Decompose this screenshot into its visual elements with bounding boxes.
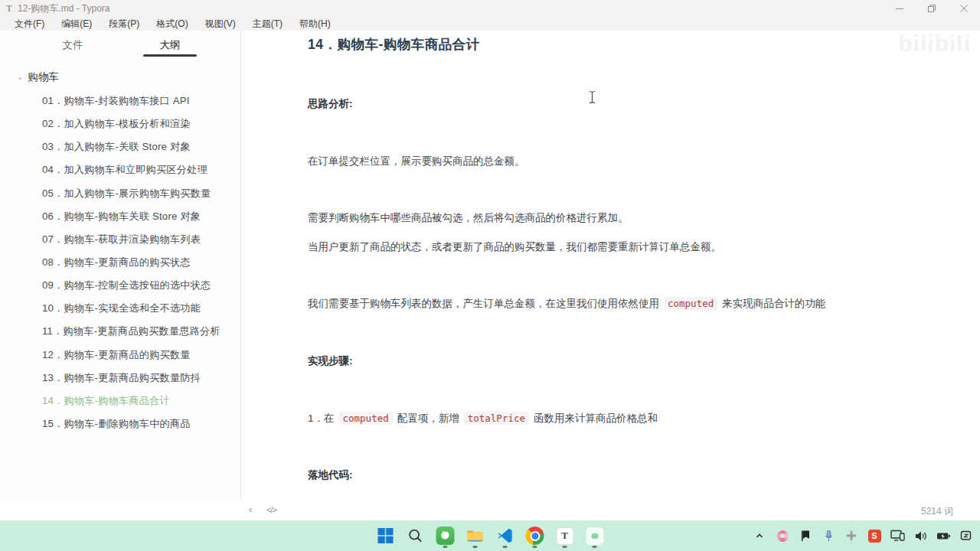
running-indicator: [473, 546, 478, 548]
connected-devices-icon: [890, 530, 905, 542]
code-label: 落地代码:: [308, 468, 353, 482]
volume-icon: [914, 530, 927, 542]
paragraph: 我们需要基于购物车列表的数据，产生订单总金额，在这里我们使用依然使用comput…: [308, 297, 825, 311]
running-indicator: [563, 546, 567, 548]
tray-volume-button[interactable]: [913, 527, 928, 544]
minimize-icon: [896, 5, 903, 12]
paragraph-text: 来实现商品合计的功能: [722, 298, 825, 309]
outline-item-label: 12．购物车-更新商品的购买数量: [42, 348, 191, 362]
unknown-app-icon: [586, 527, 603, 545]
outline-root-item[interactable]: ⌄ 购物车: [17, 70, 59, 84]
menu-item[interactable]: 格式(O): [148, 17, 196, 31]
outline-item[interactable]: 06．购物车-购物车关联 Store 对象: [0, 205, 241, 228]
outline-item[interactable]: 10．购物车-实现全选和全不选功能: [0, 297, 241, 320]
outline-item-label: 04．加入购物车和立即购买区分处理: [42, 163, 207, 177]
ordered-list-item: 1．在computed配置项，新增totalPrice函数用来计算商品价格总和: [308, 412, 658, 425]
chrome-button[interactable]: [525, 522, 545, 549]
restore-button[interactable]: [916, 0, 948, 17]
list-item-text: 1．在: [308, 412, 335, 424]
flag-icon: [800, 530, 811, 542]
tray-notification-button[interactable]: [959, 527, 974, 544]
outline-item-label: 14．购物车-购物车商品合计: [42, 394, 170, 408]
menu-item[interactable]: 编辑(E): [53, 17, 100, 31]
running-indicator: [593, 546, 597, 548]
tray-pink-swirl-button[interactable]: [775, 527, 790, 544]
menu-item[interactable]: 视图(V): [197, 17, 244, 31]
text-cursor-ibeam: [588, 90, 596, 107]
screen: T 12-购物车.md - Typora 文件(F)编辑(E)段落(P)格式(O…: [0, 0, 980, 551]
outline-item-label: 02．加入购物车-模板分析和渲染: [42, 117, 191, 131]
outline-item[interactable]: 05．加入购物车-展示购物车购买数量: [0, 182, 241, 205]
outline-item-label: 06．购物车-购物车关联 Store 对象: [42, 210, 201, 223]
outline-item-label: 15．购物车-删除购物车中的商品: [42, 417, 191, 431]
microphone-icon: [823, 530, 835, 543]
running-indicator: [503, 546, 508, 548]
cross-icon: [846, 530, 857, 541]
sidebar-toggle-icon[interactable]: ‹: [249, 504, 252, 515]
inline-code: computed: [339, 412, 393, 425]
tray-chevron-up-button[interactable]: [752, 527, 767, 544]
paragraph: 需要判断购物车中哪些商品被勾选，然后将勾选商品的价格进行累加。: [308, 211, 629, 225]
notification-icon: [960, 530, 972, 542]
restore-icon: [928, 5, 936, 12]
menu-item[interactable]: 段落(P): [100, 17, 148, 31]
tray-flag-button[interactable]: [798, 527, 813, 544]
paragraph: 在订单提交栏位置，展示要购买商品的总金额。: [308, 155, 525, 168]
editor-pane[interactable]: bilibili 14．购物车-购物车商品合计 思路分析: 在订单提交栏位置，展…: [242, 31, 980, 500]
outline-item[interactable]: 12．购物车-更新商品的购买数量: [0, 344, 241, 367]
start-button[interactable]: [376, 522, 396, 549]
unknown-app-button[interactable]: [585, 522, 605, 549]
outline-item[interactable]: 13．购物车-更新商品购买数量防抖: [0, 367, 241, 390]
tray-cross-button[interactable]: [844, 527, 859, 544]
search-button[interactable]: [406, 522, 426, 549]
list-item-text: 函数用来计算商品价格总和: [534, 412, 658, 424]
outline-item[interactable]: 01．购物车-封装购物车接口 API: [0, 90, 241, 112]
outline-item[interactable]: 09．购物车-控制全选按钮的选中状态: [0, 274, 241, 297]
tab-outline[interactable]: 大纲: [143, 38, 197, 52]
outline-item-label: 03．加入购物车-关联 Store 对象: [42, 140, 191, 154]
typora-button[interactable]: T: [555, 522, 575, 549]
word-count[interactable]: 5214 词: [921, 505, 953, 518]
minimize-button[interactable]: [884, 0, 916, 17]
chevron-down-icon[interactable]: ⌄: [17, 73, 23, 81]
green-pet-app-icon: [436, 527, 455, 545]
window-controls: [884, 0, 980, 17]
green-pet-app-button[interactable]: [436, 522, 456, 549]
outline-item[interactable]: 14．购物车-购物车商品合计: [0, 390, 241, 412]
menu-item[interactable]: 帮助(H): [291, 17, 339, 31]
status-bar: ‹ </> 5214 词: [0, 500, 980, 520]
analysis-label: 思路分析:: [308, 97, 353, 111]
file-explorer-button[interactable]: [466, 522, 485, 549]
tab-files[interactable]: 文件: [46, 38, 100, 52]
close-button[interactable]: [948, 0, 980, 17]
outline-item[interactable]: 02．加入购物车-模板分析和渲染: [0, 112, 241, 135]
vscode-icon: [497, 527, 514, 544]
outline-item-label: 01．购物车-封装购物车接口 API: [42, 94, 190, 108]
outline-item[interactable]: 11．购物车-更新商品购买数量思路分析: [0, 320, 241, 343]
search-icon: [408, 528, 423, 543]
close-icon: [960, 5, 968, 12]
outline-item[interactable]: 08．购物车-更新商品的购买状态: [0, 251, 241, 274]
outline-item[interactable]: 04．加入购物车和立即购买区分处理: [0, 158, 241, 181]
sidebar-tabs: 文件 大纲: [0, 31, 240, 60]
paragraph-text: 我们需要基于购物车列表的数据，产生订单总金额，在这里我们使用依然使用: [308, 298, 659, 309]
bilibili-watermark: bilibili: [898, 31, 971, 57]
outline-item[interactable]: 03．加入购物车-关联 Store 对象: [0, 135, 241, 158]
outline-item-label: 05．加入购物车-展示购物车购买数量: [42, 187, 211, 201]
file-explorer-icon: [466, 527, 485, 545]
window-title: 12-购物车.md - Typora: [18, 2, 109, 15]
typora-icon: T: [556, 527, 573, 545]
tray-connected-devices-button[interactable]: [890, 527, 905, 544]
outline-item[interactable]: 15．购物车-删除购物车中的商品: [0, 412, 241, 435]
chrome-icon: [526, 527, 544, 545]
tray-microphone-button[interactable]: [821, 527, 836, 544]
outline-root-label: 购物车: [28, 70, 59, 84]
tray-battery-button[interactable]: [936, 527, 951, 544]
menu-item[interactable]: 文件(F): [6, 17, 53, 31]
source-mode-icon[interactable]: </>: [266, 505, 276, 514]
tray-sogou-button[interactable]: S: [867, 527, 882, 544]
vscode-button[interactable]: [495, 522, 515, 549]
menu-item[interactable]: 主题(T): [244, 17, 291, 31]
running-indicator: [533, 546, 537, 548]
outline-item[interactable]: 07．购物车-获取并渲染购物车列表: [0, 228, 241, 251]
